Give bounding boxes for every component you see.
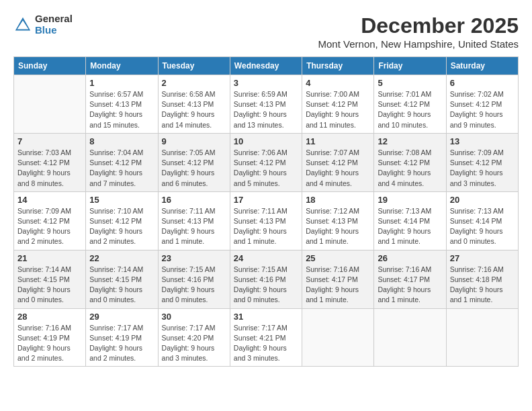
day-number: 25 <box>306 253 370 263</box>
day-number: 14 <box>17 195 82 205</box>
day-info: Sunrise: 7:11 AMSunset: 4:13 PMDaylight:… <box>234 206 298 247</box>
day-info: Sunrise: 7:17 AMSunset: 4:20 PMDaylight:… <box>162 323 226 364</box>
header-saturday: Saturday <box>446 57 518 75</box>
calendar-cell: 14Sunrise: 7:09 AMSunset: 4:12 PMDayligh… <box>14 191 86 250</box>
calendar-cell: 11Sunrise: 7:07 AMSunset: 4:12 PMDayligh… <box>302 133 374 191</box>
day-info: Sunrise: 7:00 AMSunset: 4:12 PMDaylight:… <box>306 89 370 130</box>
calendar-cell: 5Sunrise: 7:01 AMSunset: 4:12 PMDaylight… <box>374 75 446 134</box>
calendar-cell: 17Sunrise: 7:11 AMSunset: 4:13 PMDayligh… <box>230 191 302 250</box>
day-info: Sunrise: 7:16 AMSunset: 4:19 PMDaylight:… <box>17 323 82 364</box>
logo-icon <box>13 15 32 34</box>
calendar-cell: 15Sunrise: 7:10 AMSunset: 4:12 PMDayligh… <box>86 191 158 250</box>
day-number: 1 <box>89 78 154 88</box>
calendar-cell: 12Sunrise: 7:08 AMSunset: 4:12 PMDayligh… <box>374 133 446 191</box>
calendar-cell: 29Sunrise: 7:17 AMSunset: 4:19 PMDayligh… <box>86 308 158 367</box>
day-number: 29 <box>89 312 154 322</box>
day-number: 4 <box>306 78 370 88</box>
calendar-cell: 13Sunrise: 7:09 AMSunset: 4:12 PMDayligh… <box>446 133 518 191</box>
day-number: 15 <box>89 195 154 205</box>
day-info: Sunrise: 7:14 AMSunset: 4:15 PMDaylight:… <box>89 265 154 306</box>
calendar-header-row: SundayMondayTuesdayWednesdayThursdayFrid… <box>14 57 519 75</box>
calendar-cell <box>14 75 86 134</box>
page-header: General Blue December 2025 Mont Vernon, … <box>13 13 519 50</box>
calendar-cell: 6Sunrise: 7:02 AMSunset: 4:12 PMDaylight… <box>446 75 518 134</box>
calendar-cell <box>374 308 446 367</box>
header-sunday: Sunday <box>14 57 86 75</box>
day-number: 9 <box>162 136 226 146</box>
day-info: Sunrise: 7:17 AMSunset: 4:19 PMDaylight:… <box>89 323 154 364</box>
day-number: 11 <box>306 136 370 146</box>
day-info: Sunrise: 7:09 AMSunset: 4:12 PMDaylight:… <box>450 148 515 189</box>
logo-blue: Blue <box>35 25 73 36</box>
calendar-week-row: 21Sunrise: 7:14 AMSunset: 4:15 PMDayligh… <box>14 250 519 308</box>
day-number: 2 <box>162 78 226 88</box>
header-thursday: Thursday <box>302 57 374 75</box>
header-friday: Friday <box>374 57 446 75</box>
calendar-cell: 31Sunrise: 7:17 AMSunset: 4:21 PMDayligh… <box>230 308 302 367</box>
day-number: 26 <box>378 253 442 263</box>
day-info: Sunrise: 7:07 AMSunset: 4:12 PMDaylight:… <box>306 148 370 189</box>
header-monday: Monday <box>86 57 158 75</box>
logo: General Blue <box>13 13 73 36</box>
day-number: 22 <box>89 253 154 263</box>
calendar-cell: 28Sunrise: 7:16 AMSunset: 4:19 PMDayligh… <box>14 308 86 367</box>
calendar-week-row: 7Sunrise: 7:03 AMSunset: 4:12 PMDaylight… <box>14 133 519 191</box>
day-info: Sunrise: 7:04 AMSunset: 4:12 PMDaylight:… <box>89 148 154 189</box>
day-number: 3 <box>234 78 298 88</box>
day-number: 20 <box>450 195 515 205</box>
calendar-cell: 10Sunrise: 7:06 AMSunset: 4:12 PMDayligh… <box>230 133 302 191</box>
day-number: 10 <box>234 136 298 146</box>
calendar-cell: 25Sunrise: 7:16 AMSunset: 4:17 PMDayligh… <box>302 250 374 308</box>
day-info: Sunrise: 6:58 AMSunset: 4:13 PMDaylight:… <box>162 89 226 130</box>
day-info: Sunrise: 7:13 AMSunset: 4:14 PMDaylight:… <box>378 206 442 247</box>
calendar-table: SundayMondayTuesdayWednesdayThursdayFrid… <box>13 56 519 367</box>
calendar-cell: 24Sunrise: 7:15 AMSunset: 4:16 PMDayligh… <box>230 250 302 308</box>
calendar-cell <box>446 308 518 367</box>
day-info: Sunrise: 6:59 AMSunset: 4:13 PMDaylight:… <box>234 89 298 130</box>
day-info: Sunrise: 7:13 AMSunset: 4:14 PMDaylight:… <box>450 206 515 247</box>
day-number: 16 <box>162 195 226 205</box>
day-info: Sunrise: 7:12 AMSunset: 4:13 PMDaylight:… <box>306 206 370 247</box>
calendar-cell: 26Sunrise: 7:16 AMSunset: 4:17 PMDayligh… <box>374 250 446 308</box>
day-number: 24 <box>234 253 298 263</box>
day-number: 21 <box>17 253 82 263</box>
day-number: 7 <box>17 136 82 146</box>
calendar-cell: 9Sunrise: 7:05 AMSunset: 4:12 PMDaylight… <box>158 133 230 191</box>
calendar-week-row: 28Sunrise: 7:16 AMSunset: 4:19 PMDayligh… <box>14 308 519 367</box>
logo-general: General <box>35 13 73 25</box>
calendar-cell <box>302 308 374 367</box>
location: Mont Vernon, New Hampshire, United State… <box>318 38 519 50</box>
day-info: Sunrise: 7:02 AMSunset: 4:12 PMDaylight:… <box>450 89 515 130</box>
day-number: 18 <box>306 195 370 205</box>
calendar-cell: 27Sunrise: 7:16 AMSunset: 4:18 PMDayligh… <box>446 250 518 308</box>
day-info: Sunrise: 7:09 AMSunset: 4:12 PMDaylight:… <box>17 206 82 247</box>
calendar-week-row: 14Sunrise: 7:09 AMSunset: 4:12 PMDayligh… <box>14 191 519 250</box>
calendar-week-row: 1Sunrise: 6:57 AMSunset: 4:13 PMDaylight… <box>14 75 519 134</box>
day-number: 17 <box>234 195 298 205</box>
day-info: Sunrise: 7:15 AMSunset: 4:16 PMDaylight:… <box>234 265 298 306</box>
day-info: Sunrise: 7:17 AMSunset: 4:21 PMDaylight:… <box>234 323 298 364</box>
day-number: 12 <box>378 136 442 146</box>
day-number: 5 <box>378 78 442 88</box>
day-info: Sunrise: 7:03 AMSunset: 4:12 PMDaylight:… <box>17 148 82 189</box>
calendar-cell: 30Sunrise: 7:17 AMSunset: 4:20 PMDayligh… <box>158 308 230 367</box>
calendar-cell: 7Sunrise: 7:03 AMSunset: 4:12 PMDaylight… <box>14 133 86 191</box>
calendar-cell: 18Sunrise: 7:12 AMSunset: 4:13 PMDayligh… <box>302 191 374 250</box>
day-info: Sunrise: 7:15 AMSunset: 4:16 PMDaylight:… <box>162 265 226 306</box>
day-info: Sunrise: 7:06 AMSunset: 4:12 PMDaylight:… <box>234 148 298 189</box>
day-info: Sunrise: 7:10 AMSunset: 4:12 PMDaylight:… <box>89 206 154 247</box>
day-info: Sunrise: 7:14 AMSunset: 4:15 PMDaylight:… <box>17 265 82 306</box>
day-number: 31 <box>234 312 298 322</box>
day-number: 28 <box>17 312 82 322</box>
calendar-cell: 20Sunrise: 7:13 AMSunset: 4:14 PMDayligh… <box>446 191 518 250</box>
logo-text: General Blue <box>35 13 73 36</box>
calendar-cell: 22Sunrise: 7:14 AMSunset: 4:15 PMDayligh… <box>86 250 158 308</box>
month-title: December 2025 <box>318 13 519 38</box>
day-number: 27 <box>450 253 515 263</box>
day-info: Sunrise: 7:05 AMSunset: 4:12 PMDaylight:… <box>162 148 226 189</box>
day-info: Sunrise: 6:57 AMSunset: 4:13 PMDaylight:… <box>89 89 154 130</box>
day-info: Sunrise: 7:16 AMSunset: 4:17 PMDaylight:… <box>378 265 442 306</box>
calendar-cell: 21Sunrise: 7:14 AMSunset: 4:15 PMDayligh… <box>14 250 86 308</box>
day-number: 30 <box>162 312 226 322</box>
day-info: Sunrise: 7:08 AMSunset: 4:12 PMDaylight:… <box>378 148 442 189</box>
